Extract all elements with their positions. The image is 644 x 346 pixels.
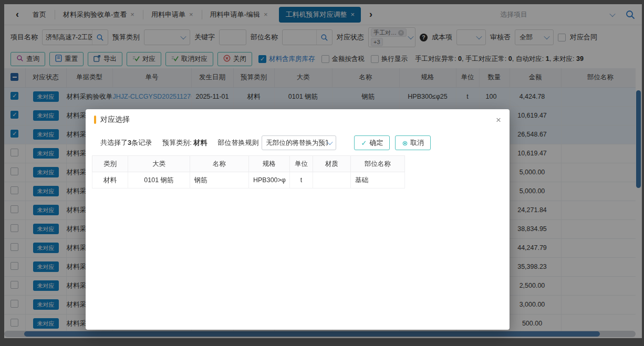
match-select-dialog: 对应选择 × 共选择了3条记录 预算类别: 材料 部位替换规则 无部位的将替换为… xyxy=(86,109,510,330)
dialog-cell: 基础 xyxy=(351,172,405,188)
dialog-column-header-名称: 名称 xyxy=(190,156,249,172)
dialog-column-header-单位: 单位 xyxy=(290,156,313,172)
dialog-header: 对应选择 × xyxy=(86,109,510,130)
dialog-column-header-大类: 大类 xyxy=(128,156,190,172)
check-icon: ✓ xyxy=(361,139,367,147)
dialog-column-header-规格: 规格 xyxy=(249,156,290,172)
dialog-column-header-部位名称: 部位名称 xyxy=(351,156,405,172)
dialog-subheader: 共选择了3条记录 预算类别: 材料 部位替换规则 无部位的将替换为预算部 ✓确定… xyxy=(86,130,510,154)
dialog-column-header-类别: 类别 xyxy=(92,156,128,172)
close-icon[interactable]: × xyxy=(496,116,501,124)
dialog-cell: 材料 xyxy=(92,172,128,188)
title-accent-bar xyxy=(94,116,96,124)
selected-summary: 共选择了3条记录 xyxy=(100,138,152,148)
dialog-table: 类别大类名称规格单位材质部位名称材料0101 钢筋钢筋HPB300>φt基础 xyxy=(92,155,405,188)
budget-type-summary: 预算类别: 材料 xyxy=(162,138,207,148)
dialog-cell: HPB300>φ xyxy=(249,172,290,188)
replace-rule-value: 无部位的将替换为预算部 xyxy=(266,139,328,148)
dialog-buttons: ✓确定 ⊗取消 xyxy=(354,135,431,150)
replace-rule-label: 部位替换规则 xyxy=(217,138,258,148)
dialog-cell: t xyxy=(290,172,313,188)
replace-rule: 部位替换规则 无部位的将替换为预算部 xyxy=(217,135,336,150)
dialog-table-row[interactable]: 材料0101 钢筋钢筋HPB300>φt基础 xyxy=(92,172,405,188)
dialog-cell: 0101 钢筋 xyxy=(128,172,190,188)
cancel-button[interactable]: ⊗取消 xyxy=(395,135,431,150)
chevron-down-icon xyxy=(327,139,333,145)
replace-rule-select[interactable]: 无部位的将替换为预算部 xyxy=(262,135,336,150)
dialog-cell: 钢筋 xyxy=(190,172,249,188)
confirm-button[interactable]: ✓确定 xyxy=(354,135,390,150)
dialog-column-header-材质: 材质 xyxy=(313,156,351,172)
cancel-circle-icon: ⊗ xyxy=(402,139,408,147)
dialog-cell xyxy=(313,172,351,188)
dialog-title: 对应选择 xyxy=(100,115,496,124)
budget-type-value: 材料 xyxy=(193,139,207,146)
